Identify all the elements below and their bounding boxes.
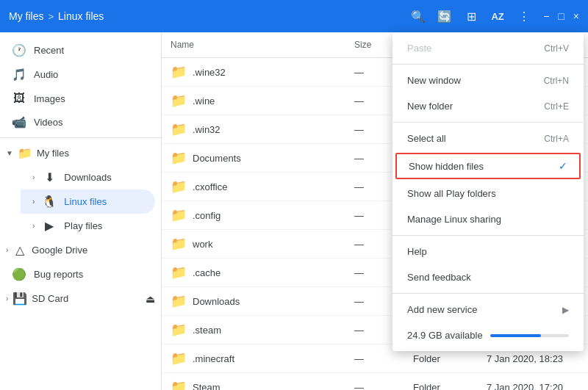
file-name: Steam xyxy=(193,382,220,391)
folder-icon: 📁 xyxy=(171,93,187,109)
sort-icon[interactable]: AZ xyxy=(490,9,505,24)
menu-item-label: Manage Linux sharing xyxy=(407,214,501,225)
more-icon[interactable]: ⋮ xyxy=(517,9,531,24)
recent-icon: 🕐 xyxy=(12,43,26,57)
col-name: Name xyxy=(162,32,345,58)
sidebar-label-downloads: Downloads xyxy=(64,172,111,183)
menu-item-label: New window xyxy=(407,75,461,86)
minimize-button[interactable]: − xyxy=(543,10,549,22)
sidebar-label-play: Play files xyxy=(64,220,102,231)
sidebar-item-audio[interactable]: 🎵 Audio xyxy=(0,62,161,87)
sidebar-label-bugreports: Bug reports xyxy=(34,269,83,280)
folder-icon: 📁 xyxy=(171,121,187,137)
sidebar-item-images[interactable]: 🖼 Images xyxy=(0,87,161,110)
menu-item-show-play[interactable]: Show all Play folders xyxy=(392,181,584,206)
menu-item-label: Send feedback xyxy=(407,272,471,283)
myfiles-children: › ⬇ Downloads › 🐧 Linux files › ▶ Play f… xyxy=(0,165,161,238)
sidebar-sdcard-header[interactable]: › 💾 SD Card ⏏ xyxy=(0,286,161,311)
menu-divider xyxy=(392,122,584,123)
menu-divider xyxy=(392,293,584,294)
play-chevron: › xyxy=(32,222,35,230)
menu-shortcut: Ctrl+N xyxy=(544,76,569,86)
menu-item-label: Show hidden files xyxy=(409,161,484,172)
grid-icon[interactable]: ⊞ xyxy=(464,9,478,24)
sidebar-gdrive-header[interactable]: › △ Google Drive xyxy=(0,238,161,262)
menu-item-paste: Paste Ctrl+V xyxy=(392,35,584,61)
breadcrumb-linuxfiles[interactable]: Linux files xyxy=(58,10,104,22)
folder-icon: 📁 xyxy=(171,178,187,195)
images-icon: 🖼 xyxy=(12,92,26,105)
file-name: .steam xyxy=(193,325,221,336)
breadcrumb: My files > Linux files xyxy=(9,10,104,22)
sidebar-label-linux: Linux files xyxy=(64,196,107,207)
storage-info: 24.9 GB available xyxy=(392,322,584,348)
menu-divider xyxy=(392,64,584,65)
sidebar-item-linux-files[interactable]: › 🐧 Linux files xyxy=(21,189,155,214)
eject-icon[interactable]: ⏏ xyxy=(146,293,155,305)
menu-item-label: Select all xyxy=(407,133,446,144)
refresh-icon[interactable]: 🔄 xyxy=(437,9,452,24)
file-name: work xyxy=(193,239,212,250)
file-name: .cache xyxy=(193,267,220,278)
play-icon: ▶ xyxy=(42,219,57,233)
file-type: Folder xyxy=(404,373,478,391)
menu-item-manage-linux[interactable]: Manage Linux sharing xyxy=(392,206,584,232)
downloads-chevron: › xyxy=(32,173,35,181)
storage-label: 24.9 GB available xyxy=(407,330,483,341)
table-row[interactable]: 📁 Steam — Folder 7 Jan 2020, 17:20 xyxy=(162,373,588,391)
folder-icon: 📁 xyxy=(171,207,187,223)
file-name: .cxoffice xyxy=(193,181,227,192)
sidebar-label-sdcard: SD Card xyxy=(32,293,68,304)
downloads-icon: ⬇ xyxy=(42,170,57,184)
sidebar-item-downloads[interactable]: › ⬇ Downloads xyxy=(21,165,161,189)
breadcrumb-myfiles[interactable]: My files xyxy=(9,10,43,22)
maximize-button[interactable]: □ xyxy=(558,10,564,22)
videos-icon: 📹 xyxy=(12,115,26,129)
menu-item-show-hidden[interactable]: Show hidden files ✓ xyxy=(395,153,581,179)
sidebar-item-bugreports[interactable]: 🟢 Bug reports xyxy=(0,262,161,286)
file-name-cell: 📁 work xyxy=(162,230,345,259)
sdcard-chevron: › xyxy=(6,295,8,303)
close-button[interactable]: × xyxy=(573,10,579,22)
menu-arrow-icon: ▶ xyxy=(562,305,569,315)
sidebar-label-gdrive: Google Drive xyxy=(32,245,87,256)
sidebar-label-audio: Audio xyxy=(34,69,58,80)
sidebar-myfiles-header[interactable]: ▼ 📁 My files xyxy=(0,141,161,165)
file-name-cell: 📁 .minecraft xyxy=(162,344,345,373)
menu-item-help[interactable]: Help xyxy=(392,239,584,264)
menu-item-select-all[interactable]: Select all Ctrl+A xyxy=(392,126,584,151)
sidebar-item-recent[interactable]: 🕐 Recent xyxy=(0,38,161,62)
file-name: .wine xyxy=(193,95,215,106)
file-name-cell: 📁 .config xyxy=(162,201,345,230)
file-name-cell: 📁 .wine32 xyxy=(162,58,345,87)
file-name: .wine32 xyxy=(193,67,226,78)
menu-item-feedback[interactable]: Send feedback xyxy=(392,264,584,290)
menu-item-new-folder[interactable]: New folder Ctrl+E xyxy=(392,93,584,119)
file-name-cell: 📁 .cxoffice xyxy=(162,173,345,201)
menu-shortcut: Ctrl+E xyxy=(544,101,569,112)
sidebar-item-videos[interactable]: 📹 Videos xyxy=(0,110,161,134)
folder-icon: 📁 xyxy=(171,264,187,281)
gdrive-icon: △ xyxy=(12,243,27,257)
sidebar-label-videos: Videos xyxy=(34,117,63,128)
bugreports-icon: 🟢 xyxy=(12,267,26,281)
file-name-cell: 📁 Documents xyxy=(162,144,345,173)
menu-item-label: Show all Play folders xyxy=(407,188,496,199)
search-icon[interactable]: 🔍 xyxy=(411,9,426,24)
sidebar-section-myfiles: ▼ 📁 My files › ⬇ Downloads › 🐧 Linux fil… xyxy=(0,141,161,238)
file-name-cell: 📁 Steam xyxy=(162,373,345,391)
folder-icon: 📁 xyxy=(171,236,187,252)
sidebar-label-myfiles: My files xyxy=(37,148,69,159)
sidebar-item-play-files[interactable]: › ▶ Play files xyxy=(21,214,161,238)
menu-item-add-service[interactable]: Add new service ▶ xyxy=(392,297,584,322)
context-menu: Paste Ctrl+V New window Ctrl+N New folde… xyxy=(392,32,584,351)
linux-chevron: › xyxy=(32,198,35,206)
sdcard-icon: 💾 xyxy=(12,292,27,306)
toolbar: 🔍 🔄 ⊞ AZ ⋮ − □ × xyxy=(411,9,579,24)
menu-item-new-window[interactable]: New window Ctrl+N xyxy=(392,68,584,93)
divider-1 xyxy=(0,137,161,138)
file-name-cell: 📁 .win32 xyxy=(162,115,345,144)
file-name: .win32 xyxy=(193,124,220,135)
sidebar-label-images: Images xyxy=(34,93,65,104)
storage-fill xyxy=(490,334,542,337)
